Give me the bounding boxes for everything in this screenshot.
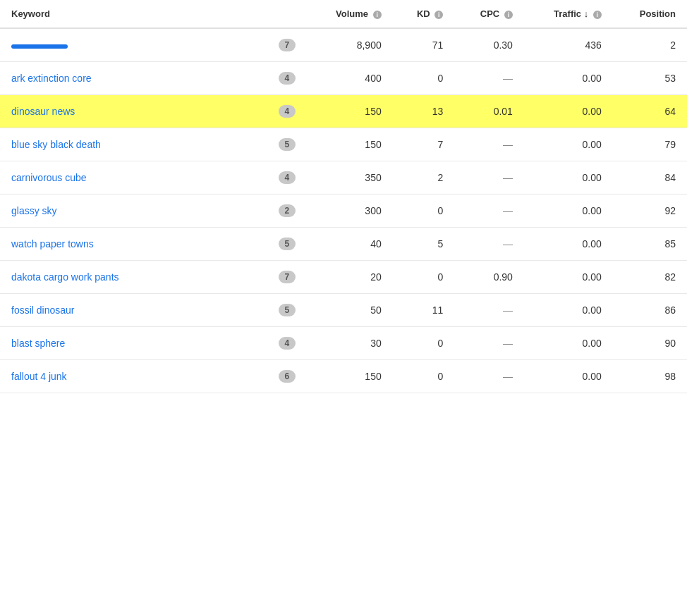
position-cell: 79 — [613, 128, 687, 161]
traffic-cell: 0.00 — [524, 128, 613, 161]
kd-cell: 0 — [393, 261, 455, 294]
keyword-link[interactable]: carnivorous cube — [11, 172, 87, 183]
position-cell: 90 — [613, 327, 687, 360]
position-cell: 53 — [613, 62, 687, 95]
table-header-row: Keyword Volume i KD i CPC i Traffic ↓ i — [0, 0, 687, 28]
position-column-header: Position — [613, 0, 687, 28]
keyword-link[interactable]: fallout 4 junk — [11, 371, 67, 382]
position-cell: 98 — [613, 360, 687, 393]
volume-cell: 400 — [307, 62, 393, 95]
kd-cell: 0 — [393, 62, 455, 95]
keyword-link[interactable]: watch paper towns — [11, 238, 94, 250]
keyword-link[interactable]: glassy sky — [11, 205, 57, 216]
traffic-cell: 0.00 — [524, 360, 613, 393]
position-cell: 2 — [613, 28, 687, 62]
volume-info-icon[interactable]: i — [373, 11, 382, 19]
dash-symbol: — — [503, 304, 513, 316]
volume-column-header: Volume i — [307, 0, 393, 28]
kd-cell: 5 — [393, 228, 455, 261]
volume-cell: 30 — [307, 327, 393, 360]
keyword-column-header: Keyword — [0, 0, 267, 28]
keyword-badge: 7 — [279, 39, 296, 51]
table-row: ark extinction core44000—0.0053 — [0, 62, 687, 95]
keyword-link[interactable]: ark extinction core — [11, 73, 92, 84]
kd-info-icon[interactable]: i — [434, 11, 443, 19]
traffic-cell: 0.00 — [524, 195, 613, 228]
traffic-cell: 0.00 — [524, 161, 613, 195]
table-row: carnivorous cube43502—0.0084 — [0, 161, 687, 195]
dash-symbol: — — [503, 139, 513, 150]
traffic-info-icon[interactable]: i — [593, 11, 602, 19]
cpc-cell: 0.01 — [454, 95, 524, 128]
table-row: watch paper towns5405—0.0085 — [0, 228, 687, 261]
keyword-cell: watch paper towns — [0, 228, 267, 261]
keyword-link[interactable]: fossil dinosaur — [11, 304, 75, 316]
badge-cell: 5 — [267, 228, 307, 261]
traffic-cell: 0.00 — [524, 228, 613, 261]
keyword-badge: 7 — [279, 271, 296, 283]
cpc-cell: — — [454, 294, 524, 327]
volume-cell: 150 — [307, 95, 393, 128]
keyword-highlighted-text[interactable] — [11, 44, 68, 49]
cpc-cell: — — [454, 360, 524, 393]
volume-cell: 150 — [307, 128, 393, 161]
kd-cell: 0 — [393, 327, 455, 360]
keyword-cell — [0, 28, 267, 62]
cpc-cell: — — [454, 327, 524, 360]
traffic-cell: 0.00 — [524, 294, 613, 327]
table-row: dinosaur news4150130.010.0064 — [0, 95, 687, 128]
kd-cell: 0 — [393, 360, 455, 393]
keyword-cell: dakota cargo work pants — [0, 261, 267, 294]
keyword-cell: ark extinction core — [0, 62, 267, 95]
volume-cell: 8,900 — [307, 28, 393, 62]
table-row: blue sky black death51507—0.0079 — [0, 128, 687, 161]
badge-cell: 2 — [267, 195, 307, 228]
keyword-badge: 4 — [279, 105, 296, 118]
cpc-cell: — — [454, 62, 524, 95]
position-cell: 82 — [613, 261, 687, 294]
badge-cell: 6 — [267, 360, 307, 393]
table-row: dakota cargo work pants72000.900.0082 — [0, 261, 687, 294]
cpc-info-icon[interactable]: i — [504, 11, 513, 19]
table-container: Keyword Volume i KD i CPC i Traffic ↓ i — [0, 0, 687, 393]
keyword-badge: 6 — [279, 370, 296, 383]
table-row: 78,900710.304362 — [0, 28, 687, 62]
volume-cell: 40 — [307, 228, 393, 261]
keyword-cell: fallout 4 junk — [0, 360, 267, 393]
position-cell: 64 — [613, 95, 687, 128]
volume-cell: 350 — [307, 161, 393, 195]
position-cell: 85 — [613, 228, 687, 261]
traffic-column-header: Traffic ↓ i — [524, 0, 613, 28]
keyword-badge: 4 — [279, 171, 296, 184]
table-row: glassy sky23000—0.0092 — [0, 195, 687, 228]
position-cell: 92 — [613, 195, 687, 228]
keyword-cell: blast sphere — [0, 327, 267, 360]
badge-cell: 4 — [267, 95, 307, 128]
volume-cell: 150 — [307, 360, 393, 393]
kd-cell: 11 — [393, 294, 455, 327]
badge-cell: 5 — [267, 294, 307, 327]
dash-symbol: — — [503, 205, 513, 216]
cpc-cell: — — [454, 128, 524, 161]
dash-symbol: — — [503, 238, 513, 250]
badge-cell: 4 — [267, 161, 307, 195]
cpc-cell: — — [454, 228, 524, 261]
keyword-link[interactable]: dakota cargo work pants — [11, 271, 119, 283]
keyword-link[interactable]: dinosaur news — [11, 106, 75, 117]
position-cell: 86 — [613, 294, 687, 327]
table-row: blast sphere4300—0.0090 — [0, 327, 687, 360]
volume-cell: 300 — [307, 195, 393, 228]
traffic-cell: 0.00 — [524, 327, 613, 360]
keyword-link[interactable]: blast sphere — [11, 338, 65, 349]
table-row: fallout 4 junk61500—0.0098 — [0, 360, 687, 393]
traffic-cell: 436 — [524, 28, 613, 62]
kd-cell: 2 — [393, 161, 455, 195]
keyword-badge: 4 — [279, 337, 296, 350]
keyword-cell: fossil dinosaur — [0, 294, 267, 327]
kd-column-header: KD i — [393, 0, 455, 28]
keyword-link[interactable]: blue sky black death — [11, 139, 101, 150]
badge-cell: 5 — [267, 128, 307, 161]
keyword-cell: blue sky black death — [0, 128, 267, 161]
cpc-cell: 0.90 — [454, 261, 524, 294]
keyword-badge: 4 — [279, 72, 296, 85]
